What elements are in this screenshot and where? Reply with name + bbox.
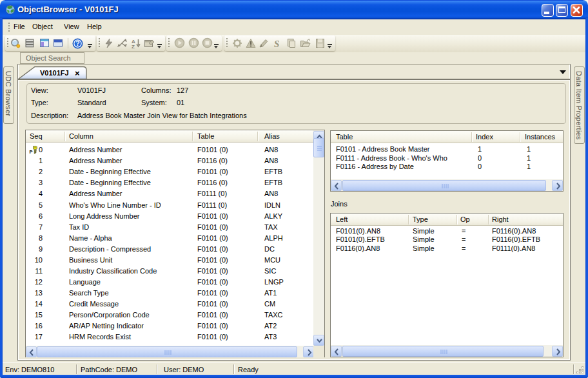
svg-text:Z: Z — [132, 44, 135, 49]
svg-text:S: S — [274, 39, 279, 49]
svg-text:?: ? — [75, 39, 79, 47]
